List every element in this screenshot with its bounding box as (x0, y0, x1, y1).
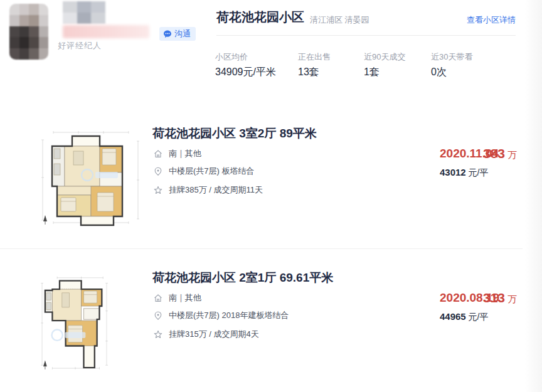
listing-history: 挂牌385万 / 成交周期11天 (169, 184, 263, 196)
unit-price: 43012 元/平 (440, 167, 541, 179)
community-title: 荷花池花园小区 (216, 9, 304, 26)
agent-avatar[interactable] (9, 4, 48, 60)
listing-floor-info: 中楼层(共7层) 2018年建板塔结合 (169, 310, 289, 321)
location-pin-icon (154, 311, 162, 320)
listing-row[interactable]: 荷花池花园小区 3室2厅 89平米 南｜其他 中楼层(共7层) 板塔结合 挂牌3… (0, 125, 542, 248)
listing-history-row: 挂牌385万 / 成交周期11天 (154, 184, 263, 196)
listing-row[interactable]: 荷花池花园小区 2室1厅 69.61平米 南｜其他 中楼层(共7层) 2018年… (0, 270, 542, 392)
star-icon (154, 186, 162, 194)
stat-on-sale: 正在出售 13套 (298, 51, 364, 79)
stat-views-30d: 近30天带看 0次 (431, 51, 500, 79)
community-deal-page: 好评经纪人 沟通 荷花池花园小区 清江浦区 清晏园 查看小区详情 小区均价 34… (0, 0, 542, 392)
listing-orientation: 南｜其他 (169, 292, 201, 304)
listing-orientation-row: 南｜其他 (154, 292, 201, 304)
listing-divider (0, 248, 523, 249)
listing-title: 荷花池花园小区 2室1厅 69.61平米 (152, 270, 333, 286)
agent-info-redacted (63, 25, 149, 38)
header-divider (216, 35, 516, 36)
listing-floor-info: 中楼层(共7层) 板塔结合 (169, 166, 255, 177)
unit-price: 44965 元/平 (440, 311, 541, 323)
agent-name-redacted (63, 1, 105, 24)
listing-floor-row: 中楼层(共7层) 2018年建板塔结合 (154, 310, 289, 321)
star-icon (154, 330, 162, 339)
view-community-details-link[interactable]: 查看小区详情 (447, 14, 516, 26)
location-pin-icon (154, 167, 162, 176)
chat-bubble-icon (163, 29, 172, 38)
listing-history-row: 挂牌315万 / 成交周期4天 (154, 329, 259, 340)
stat-avg-price: 小区均价 34909元/平米 (215, 51, 298, 79)
agent-badge: 好评经纪人 (58, 40, 102, 51)
chat-button[interactable]: 沟通 (159, 27, 196, 41)
total-price: 313万 (462, 290, 517, 305)
floorplan-image (36, 275, 114, 370)
home-icon (154, 149, 162, 158)
community-location: 清江浦区 清晏园 (310, 14, 369, 26)
listing-orientation-row: 南｜其他 (154, 148, 201, 159)
total-price: 383万 (462, 146, 517, 161)
listing-orientation: 南｜其他 (169, 148, 201, 159)
floorplan-image (35, 127, 144, 226)
listing-title: 荷花池花园小区 3室2厅 89平米 (152, 125, 317, 142)
listing-history: 挂牌315万 / 成交周期4天 (169, 329, 259, 340)
home-icon (154, 294, 162, 302)
community-stats: 小区均价 34909元/平米 正在出售 13套 近90天成交 1套 近30天带看… (215, 51, 500, 79)
stat-deals-90d: 近90天成交 1套 (364, 51, 431, 79)
listing-floor-row: 中楼层(共7层) 板塔结合 (154, 166, 255, 177)
chat-button-label: 沟通 (174, 28, 191, 40)
